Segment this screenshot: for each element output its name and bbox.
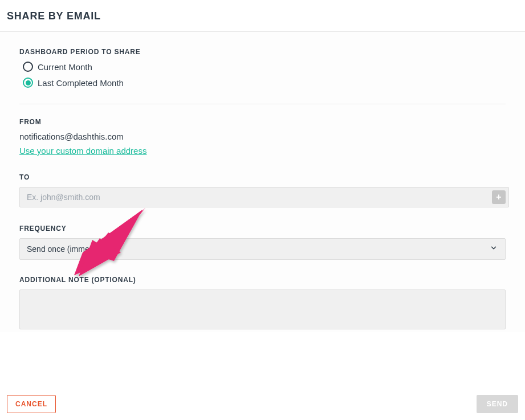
- cancel-button[interactable]: CANCEL: [7, 395, 56, 413]
- radio-label: Current Month: [38, 62, 92, 72]
- add-recipient-button[interactable]: +: [492, 190, 506, 204]
- radio-last-completed-month[interactable]: Last Completed Month: [23, 78, 506, 88]
- from-label: FROM: [19, 118, 506, 126]
- period-label: DASHBOARD PERIOD TO SHARE: [19, 48, 506, 56]
- send-button[interactable]: SEND: [477, 395, 518, 413]
- frequency-label: FREQUENCY: [19, 225, 506, 233]
- to-email-input[interactable]: [19, 187, 509, 207]
- period-radio-group: Current Month Last Completed Month: [19, 62, 506, 88]
- additional-note-textarea[interactable]: [19, 289, 506, 329]
- modal-content: DASHBOARD PERIOD TO SHARE Current Month …: [0, 32, 525, 332]
- radio-dot-icon: [26, 80, 31, 85]
- note-section: ADDITIONAL NOTE (OPTIONAL): [19, 276, 506, 332]
- note-label: ADDITIONAL NOTE (OPTIONAL): [19, 276, 506, 284]
- divider: [19, 104, 506, 104]
- modal-title: SHARE BY EMAIL: [7, 10, 518, 22]
- radio-label: Last Completed Month: [38, 78, 124, 88]
- plus-icon: +: [496, 192, 501, 202]
- radio-circle-selected-icon: [23, 78, 33, 88]
- frequency-select-wrap: Send once (immediately): [19, 238, 506, 260]
- from-section: FROM notifications@dashthis.com Use your…: [19, 118, 506, 156]
- frequency-section: FREQUENCY Send once (immediately): [19, 225, 506, 260]
- radio-current-month[interactable]: Current Month: [23, 62, 506, 72]
- to-input-wrap: +: [19, 187, 506, 207]
- modal-header: SHARE BY EMAIL: [0, 0, 525, 32]
- period-section: DASHBOARD PERIOD TO SHARE Current Month …: [19, 48, 506, 88]
- custom-domain-link[interactable]: Use your custom domain address: [19, 146, 146, 156]
- to-section: TO +: [19, 173, 506, 207]
- frequency-select[interactable]: Send once (immediately): [19, 238, 506, 260]
- modal-footer: CANCEL SEND: [0, 388, 525, 420]
- radio-circle-icon: [23, 62, 33, 72]
- to-label: TO: [19, 173, 506, 181]
- from-email-value: notifications@dashthis.com: [19, 132, 506, 141]
